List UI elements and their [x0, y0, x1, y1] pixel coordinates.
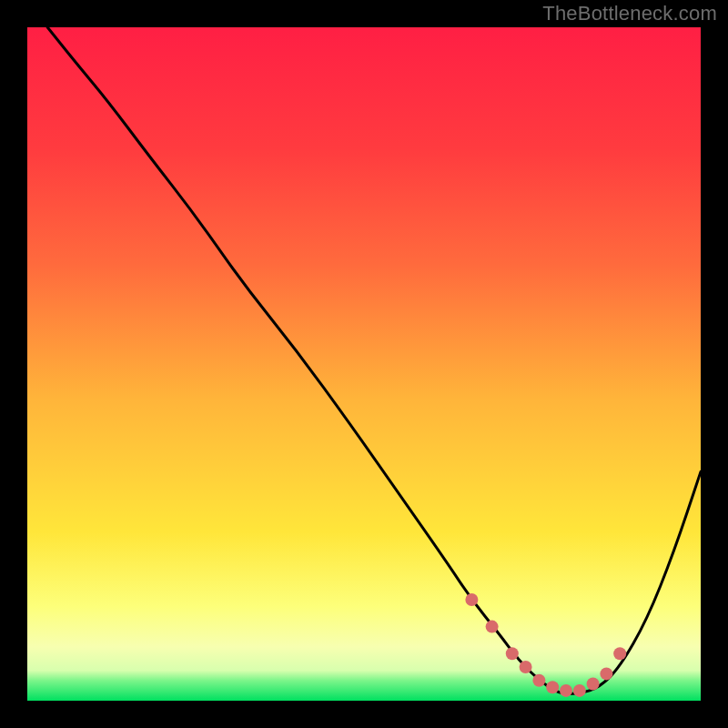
optimal-range-dot [465, 593, 478, 606]
optimal-range-dot [600, 667, 612, 680]
chart-container: TheBottleneck.com [0, 0, 728, 728]
watermark-text: TheBottleneck.com [542, 2, 717, 25]
optimal-range-dot [573, 684, 586, 697]
optimal-range-dot [520, 661, 532, 673]
optimal-range-dot [506, 647, 519, 660]
optimal-range-dot [532, 674, 545, 687]
optimal-range-dot [587, 678, 600, 691]
bottleneck-chart [0, 0, 728, 728]
optimal-range-dot [560, 684, 572, 697]
optimal-range-dot [546, 681, 559, 693]
optimal-range-dot [486, 621, 499, 633]
optimal-range-dot [613, 647, 626, 660]
